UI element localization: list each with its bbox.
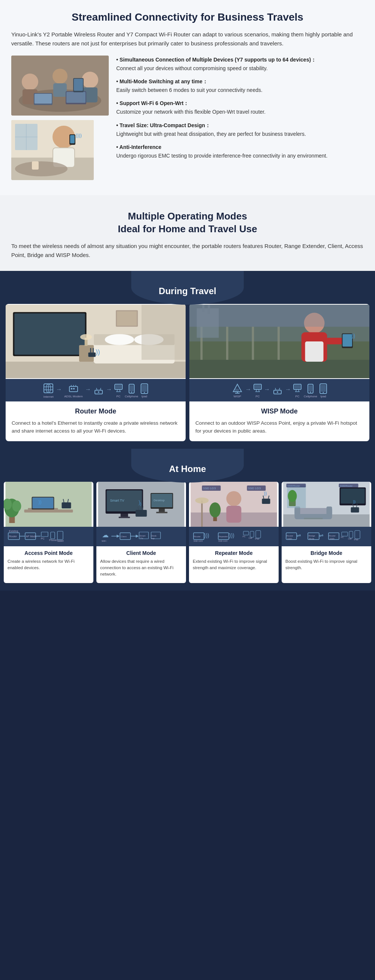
wisp-cellphone-label: Cellphone <box>304 395 317 398</box>
repeater-mode-title: Repeater Mode <box>193 550 275 556</box>
diagram-wisp-router <box>272 386 283 396</box>
svg-rect-138 <box>51 532 55 539</box>
client-mode-title: Client Mode <box>100 550 182 556</box>
arrow3: → <box>106 386 112 393</box>
svg-text:)): )) <box>39 500 41 504</box>
feature-1-desc: Connect all your devices without comprom… <box>116 65 268 71</box>
svg-rect-125 <box>24 509 73 512</box>
svg-rect-237 <box>355 531 360 539</box>
section2-title: Multiple Operating Modes Ideal for Home … <box>11 210 364 235</box>
svg-rect-64 <box>116 385 121 389</box>
ap-mode-image: )) <box>4 482 94 527</box>
feature-3-bullet: • Support Wi-Fi 6 Open-Wrt： <box>116 100 189 106</box>
section-at-home: At Home )) <box>0 449 375 590</box>
wisp-pc-icon <box>254 383 262 394</box>
svg-rect-235 <box>342 532 348 536</box>
wisp-mode-diagram: )))) WISP → PC → <box>189 379 369 401</box>
internet-icon <box>43 383 54 394</box>
ap-mode-title: Access Point Mode <box>8 550 90 556</box>
router-mode-image: )) <box>6 304 186 379</box>
svg-text:Smart TV: Smart TV <box>110 499 124 503</box>
wisp-router-icon <box>272 386 283 396</box>
svg-text:SSID 1/2/3: SSID 1/2/3 <box>248 487 261 490</box>
svg-rect-24 <box>70 135 75 143</box>
svg-text:Repeater: Repeater <box>219 535 228 538</box>
svg-text:Phone: Phone <box>49 539 57 541</box>
cellphone-label: Cellphone <box>125 395 138 398</box>
repeater-mode-card: )) SSID 1/2/3 SSID 1/2/3 Router SSID 1/2 <box>189 482 279 583</box>
svg-text:Existing: Existing <box>9 530 18 533</box>
svg-point-62 <box>98 391 99 393</box>
svg-point-175 <box>227 491 242 506</box>
wisp-mode-title: WISP Mode <box>195 407 363 415</box>
svg-rect-153 <box>136 510 147 517</box>
svg-rect-97 <box>254 385 261 389</box>
svg-text:top: top <box>151 537 155 539</box>
bridge-room-svg: )) SSID/Router SSID/Router <box>281 482 371 527</box>
svg-point-4 <box>52 68 67 84</box>
svg-rect-145 <box>121 514 128 517</box>
wisp-pc2-label: PC <box>295 395 299 398</box>
svg-line-66 <box>120 390 120 392</box>
feature-1-bullet: • Simultaneous Connection of Multiple De… <box>116 57 316 63</box>
repeater-mode-image: )) SSID 1/2/3 SSID 1/2/3 <box>189 482 279 527</box>
svg-text:)): )) <box>95 348 100 356</box>
svg-rect-9 <box>35 94 52 103</box>
wisp-ipad-icon <box>319 383 327 394</box>
section-business: Streamlined Connectivity for Business Tr… <box>0 0 375 195</box>
wisp-mode-content: WISP Mode Connect to an outdoor WISP Acc… <box>189 401 369 441</box>
during-travel-title: During Travel <box>0 282 375 296</box>
svg-text:WiFi: WiFi <box>102 540 106 542</box>
diagram-wisp-pc: PC <box>254 383 262 398</box>
business-person-svg: )))) <box>11 120 94 180</box>
bridge-mode-card: )) SSID/Router SSID/Router Router SSID ⇌ <box>281 482 371 583</box>
svg-text:Router: Router <box>9 535 17 538</box>
ap-mode-desc: Create a wireless network for Wi-Fi enab… <box>8 558 90 571</box>
svg-rect-151 <box>159 509 165 512</box>
svg-point-40 <box>80 334 92 340</box>
pc-icon <box>114 383 122 394</box>
wisp-mode-card: )) )))) WI <box>189 304 369 441</box>
svg-text:SSID 1/2/3: SSID 1/2/3 <box>218 540 227 542</box>
bridge-mode-content: Bridge Mode Boost existing Wi-Fi to impr… <box>281 546 371 577</box>
svg-rect-106 <box>294 385 300 389</box>
svg-rect-123 <box>33 498 54 508</box>
svg-text:Router: Router <box>329 535 335 537</box>
svg-rect-201 <box>256 531 261 538</box>
svg-marker-165 <box>136 535 139 538</box>
svg-text:SSID/Router: SSID/Router <box>288 485 300 487</box>
svg-text:)))): )))) <box>76 133 82 138</box>
ap-diagram-svg: Router Existing AP Mode PC Phone <box>8 529 90 544</box>
svg-text:)): )) <box>353 500 356 504</box>
svg-point-115 <box>323 392 324 393</box>
svg-text:⇌: ⇌ <box>319 532 324 538</box>
modem-icon <box>68 383 79 394</box>
svg-point-26 <box>15 161 67 177</box>
svg-line-99 <box>259 390 259 392</box>
client-room-svg: Smart TV Desktop ) ) <box>96 482 186 527</box>
svg-point-104 <box>277 391 278 393</box>
svg-text:Cell: Cell <box>249 537 252 539</box>
modem-label: ADSL Modem <box>64 395 83 398</box>
repeater-mode-content: Repeater Mode Extend existing Wi-Fi to i… <box>189 546 279 577</box>
svg-point-70 <box>131 392 132 393</box>
client-mode-content: Client Mode Allow devices that require a… <box>96 546 186 583</box>
svg-text:SSID: SSID <box>330 538 335 540</box>
diagram-internet: Internet <box>43 383 54 398</box>
svg-rect-80 <box>278 326 280 360</box>
client-mode-image: Smart TV Desktop ) ) <box>96 482 186 527</box>
svg-text:TV: TV <box>140 537 143 539</box>
bridge-mode-title: Bridge Mode <box>285 550 367 556</box>
client-mode-card: Smart TV Desktop ) ) <box>96 482 186 583</box>
svg-text:Bridge: Bridge <box>308 535 315 537</box>
svg-rect-152 <box>156 512 168 513</box>
svg-rect-176 <box>227 506 242 523</box>
diagram-wisp-pc2: PC <box>293 383 302 398</box>
svg-text:PC: PC <box>341 536 344 538</box>
svg-rect-146 <box>119 517 130 518</box>
svg-rect-55 <box>73 388 75 390</box>
repeater-diagram-svg: Router SSID 1/2/3 ))) Repeater SSID 1/2/… <box>193 529 275 544</box>
diagram-wisp-cellphone: Cellphone <box>304 383 317 398</box>
wisp-arrow3: → <box>285 386 291 393</box>
svg-text:AP Mode: AP Mode <box>26 535 37 538</box>
